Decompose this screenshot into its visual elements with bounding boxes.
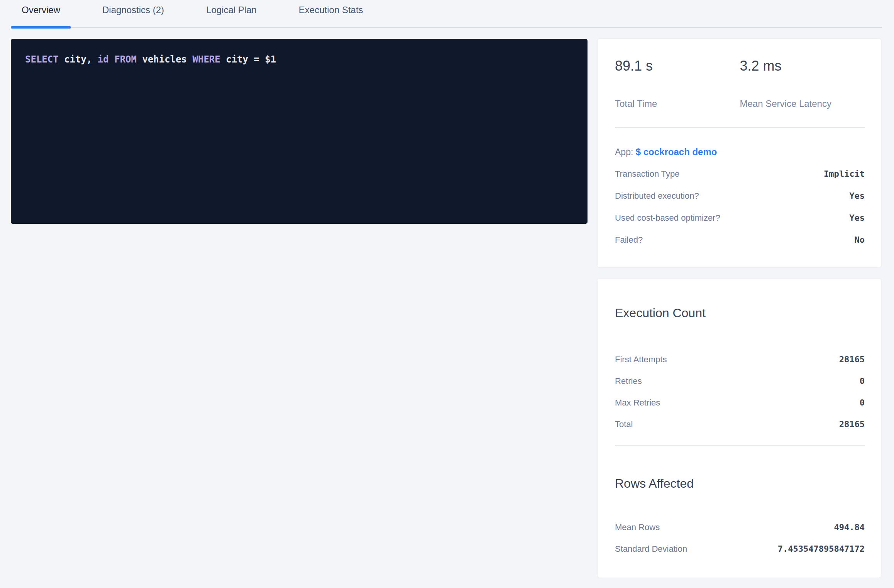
row-retries: Retries 0 — [615, 375, 865, 387]
row-mean-rows: Mean Rows 494.84 — [615, 522, 865, 533]
tab-execution-stats-label: Execution Stats — [299, 5, 363, 15]
tab-overview[interactable]: Overview — [11, 0, 71, 27]
row-value: 7.453547895847172 — [778, 543, 865, 555]
row-used-cost-based-optimizer: Used cost-based optimizer? Yes — [615, 212, 865, 224]
total-time-value: 89.1 s — [615, 57, 740, 74]
active-tab-indicator — [11, 26, 71, 29]
tab-overview-label: Overview — [22, 5, 60, 15]
execution-count-rows: First Attempts 28165 Retries 0 Max Retri… — [615, 354, 865, 430]
tab-logical-plan-label: Logical Plan — [206, 5, 257, 15]
tab-diagnostics-label: Diagnostics (2) — [102, 5, 164, 15]
row-label: Failed? — [615, 234, 643, 246]
row-value: 0 — [860, 375, 865, 387]
tab-bar: Overview Diagnostics (2) Logical Plan Ex… — [11, 0, 882, 28]
summary-stats: 89.1 s Total Time 3.2 ms Mean Service La… — [615, 39, 865, 110]
sql-token: WHERE — [193, 54, 220, 65]
row-value: Yes — [849, 190, 865, 202]
row-label: Retries — [615, 375, 642, 387]
row-failed: Failed? No — [615, 234, 865, 246]
summary-divider — [615, 127, 865, 128]
sql-token: city = $1 — [220, 54, 276, 65]
sql-token: id — [98, 54, 109, 65]
row-value: Yes — [849, 212, 865, 224]
sql-token: SELECT — [25, 54, 59, 65]
sql-token: vehicles — [137, 54, 193, 65]
row-distributed-execution: Distributed execution? Yes — [615, 190, 865, 202]
stat-total-time: 89.1 s Total Time — [615, 57, 740, 110]
total-time-label: Total Time — [615, 98, 740, 110]
rows-affected-rows: Mean Rows 494.84 Standard Deviation 7.45… — [615, 522, 865, 555]
app-row: App: $ cockroach demo — [615, 146, 865, 158]
row-value: 494.84 — [834, 522, 865, 533]
row-label: Max Retries — [615, 397, 660, 409]
summary-card: 89.1 s Total Time 3.2 ms Mean Service La… — [598, 39, 881, 267]
details-divider — [615, 445, 865, 446]
row-first-attempts: First Attempts 28165 — [615, 354, 865, 365]
row-label: Mean Rows — [615, 522, 660, 533]
mean-service-latency-label: Mean Service Latency — [740, 98, 865, 110]
statement-summary-column: 89.1 s Total Time 3.2 ms Mean Service La… — [598, 39, 881, 578]
row-max-retries: Max Retries 0 — [615, 397, 865, 409]
row-total: Total 28165 — [615, 419, 865, 430]
sql-statement-box: SELECT city, id FROM vehicles WHERE city… — [11, 39, 588, 224]
sql-statement: SELECT city, id FROM vehicles WHERE city… — [25, 54, 276, 65]
row-value: No — [855, 234, 865, 246]
row-value: 0 — [860, 397, 865, 409]
row-label: Standard Deviation — [615, 543, 687, 555]
app-link[interactable]: $ cockroach demo — [636, 147, 717, 157]
app-label: App: — [615, 147, 633, 157]
execution-count-title: Execution Count — [615, 305, 865, 321]
tab-diagnostics[interactable]: Diagnostics (2) — [91, 0, 175, 27]
row-label: Total — [615, 419, 633, 430]
tab-execution-stats[interactable]: Execution Stats — [288, 0, 374, 27]
statement-overview-content: SELECT city, id FROM vehicles WHERE city… — [0, 28, 894, 578]
row-label: Distributed execution? — [615, 190, 699, 202]
row-transaction-type: Transaction Type Implicit — [615, 168, 865, 180]
sql-token: FROM — [114, 54, 137, 65]
row-label: Used cost-based optimizer? — [615, 212, 720, 224]
mean-service-latency-value: 3.2 ms — [740, 57, 865, 74]
row-label: Transaction Type — [615, 168, 680, 180]
stat-mean-service-latency: 3.2 ms Mean Service Latency — [740, 57, 865, 110]
row-value: Implicit — [824, 168, 865, 180]
row-value: 28165 — [839, 419, 865, 430]
sql-token: city, — [59, 54, 98, 65]
execution-details-card: Execution Count First Attempts 28165 Ret… — [598, 279, 881, 578]
row-label: First Attempts — [615, 354, 667, 365]
tab-logical-plan[interactable]: Logical Plan — [195, 0, 268, 27]
row-standard-deviation: Standard Deviation 7.453547895847172 — [615, 543, 865, 555]
row-value: 28165 — [839, 354, 865, 365]
rows-affected-title: Rows Affected — [615, 475, 865, 492]
sql-token — [109, 54, 114, 65]
